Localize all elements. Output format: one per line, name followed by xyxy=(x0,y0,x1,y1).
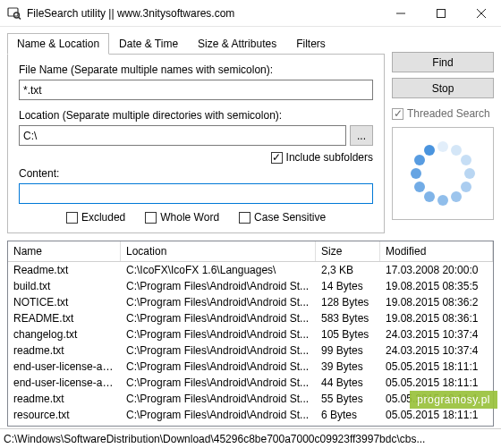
cell-size: 2,3 KB xyxy=(316,264,380,276)
cell-location: C:\Program Files\Android\Android St... xyxy=(121,296,316,309)
titlebar[interactable]: FileSearch utility || www.3nitysoftwares… xyxy=(0,0,501,27)
table-row[interactable]: build.txtC:\Program Files\Android\Androi… xyxy=(8,278,493,294)
column-headers: Name Location Size Modified xyxy=(8,241,493,262)
maximize-button[interactable] xyxy=(420,0,461,26)
checkbox-label: Threaded Search xyxy=(407,107,490,120)
cell-name: build.txt xyxy=(8,280,121,292)
table-row[interactable]: Readme.txtC:\IcoFX\IcoFX 1.6\Languages\2… xyxy=(8,262,493,278)
table-row[interactable]: README.txtC:\Program Files\Android\Andro… xyxy=(8,310,493,326)
cell-size: 44 Bytes xyxy=(316,376,380,389)
wholeword-checkbox[interactable]: Whole Word xyxy=(145,211,219,224)
cell-location: C:\Program Files\Android\Android St... xyxy=(121,409,316,421)
tab-label: Date & Time xyxy=(119,38,178,50)
svg-rect-4 xyxy=(437,9,445,17)
cell-name: changelog.txt xyxy=(8,328,121,341)
table-row[interactable]: end-user-license-agre...C:\Program Files… xyxy=(8,375,493,391)
check-icon: ✓ xyxy=(394,108,403,119)
table-row[interactable]: readme.txtC:\Program Files\Android\Andro… xyxy=(8,342,493,359)
column-location[interactable]: Location xyxy=(121,241,316,261)
checkbox-label: Excluded xyxy=(81,211,125,224)
status-path: C:\Windows\SoftwareDistribution\Download… xyxy=(4,433,425,445)
cell-modified: 19.08.2015 08:35:5 xyxy=(380,280,493,292)
cell-location: C:\Program Files\Android\Android St... xyxy=(121,328,316,341)
tab-name-location[interactable]: Name & Location xyxy=(7,33,109,55)
app-icon xyxy=(7,6,21,21)
column-modified[interactable]: Modified xyxy=(380,241,493,261)
cell-name: readme.txt xyxy=(8,393,121,405)
tabpanel-name-location: File Name (Separate multiple names with … xyxy=(7,54,385,233)
filename-label: File Name (Separate multiple names with … xyxy=(19,63,373,76)
table-row[interactable]: NOTICE.txtC:\Program Files\Android\Andro… xyxy=(8,294,493,310)
checkbox-box xyxy=(239,212,250,224)
cell-modified: 24.03.2015 10:37:4 xyxy=(380,344,493,357)
table-row[interactable]: changelog.txtC:\Program Files\Android\An… xyxy=(8,326,493,342)
tab-filters[interactable]: Filters xyxy=(286,33,335,55)
content-input[interactable] xyxy=(19,183,373,204)
cell-location: C:\Program Files\Android\Android St... xyxy=(121,393,316,405)
casesensitive-checkbox[interactable]: Case Sensitive xyxy=(239,211,326,224)
checkbox-box xyxy=(66,212,78,224)
tab-label: Name & Location xyxy=(17,38,99,50)
table-row[interactable]: resource.txtC:\Program Files\Android\And… xyxy=(8,407,493,423)
checkbox-box: ✓ xyxy=(271,152,283,164)
excluded-checkbox[interactable]: Excluded xyxy=(66,211,125,224)
content-label: Content: xyxy=(19,167,373,180)
cell-size: 6 Bytes xyxy=(316,409,380,421)
cell-size: 14 Bytes xyxy=(316,280,380,292)
location-input[interactable] xyxy=(19,125,346,146)
cell-modified: 05.05.2015 18:11:1 xyxy=(380,360,493,373)
watermark: programosy.pl xyxy=(410,391,497,409)
tabstrip: Name & Location Date & Time Size & Attri… xyxy=(7,33,385,55)
cell-modified: 17.03.2008 20:00:0 xyxy=(380,264,493,276)
column-name[interactable]: Name xyxy=(8,241,121,261)
cell-modified: 19.08.2015 08:36:1 xyxy=(380,312,493,325)
svg-line-2 xyxy=(19,17,21,20)
table-row[interactable]: end-user-license-agre...C:\Program Files… xyxy=(8,359,493,375)
cell-name: Readme.txt xyxy=(8,264,121,276)
location-label: Location (Separate multiple directories … xyxy=(19,109,373,122)
ellipsis-icon: ... xyxy=(357,130,366,142)
cell-name: NOTICE.txt xyxy=(8,296,121,309)
tab-size-attributes[interactable]: Size & Attributes xyxy=(188,33,286,55)
cell-location: C:\Program Files\Android\Android St... xyxy=(121,344,316,357)
include-subfolders-checkbox[interactable]: ✓ Include subfolders xyxy=(271,151,373,164)
button-label: Find xyxy=(432,56,453,69)
minimize-button[interactable] xyxy=(380,0,420,26)
cell-modified: 05.05.2015 18:11:1 xyxy=(380,409,493,421)
find-button[interactable]: Find xyxy=(392,52,494,72)
cell-name: resource.txt xyxy=(8,409,121,421)
threaded-search-checkbox: ✓ Threaded Search xyxy=(392,107,494,120)
cell-name: readme.txt xyxy=(8,344,121,357)
tab-label: Filters xyxy=(296,38,326,50)
checkbox-label: Case Sensitive xyxy=(254,211,326,224)
cell-size: 39 Bytes xyxy=(316,360,380,373)
stop-button[interactable]: Stop xyxy=(392,78,494,98)
column-size[interactable]: Size xyxy=(316,241,380,261)
cell-size: 99 Bytes xyxy=(316,344,380,357)
cell-location: C:\IcoFX\IcoFX 1.6\Languages\ xyxy=(121,264,316,276)
browse-button[interactable]: ... xyxy=(350,125,373,146)
checkbox-label: Whole Word xyxy=(160,211,219,224)
cell-size: 583 Bytes xyxy=(316,312,380,325)
cell-location: C:\Program Files\Android\Android St... xyxy=(121,312,316,325)
close-button[interactable] xyxy=(461,0,501,26)
cell-modified: 05.05.2015 18:11:1 xyxy=(380,376,493,389)
tab-label: Size & Attributes xyxy=(198,38,276,50)
cell-name: end-user-license-agre... xyxy=(8,376,121,389)
cell-modified: 24.03.2015 10:37:4 xyxy=(380,328,493,341)
cell-location: C:\Program Files\Android\Android St... xyxy=(121,280,316,292)
filename-input[interactable] xyxy=(19,80,373,100)
window-title: FileSearch utility || www.3nitysoftwares… xyxy=(27,7,380,20)
tab-date-time[interactable]: Date & Time xyxy=(109,33,188,55)
check-icon: ✓ xyxy=(272,152,281,163)
checkbox-label: Include subfolders xyxy=(286,151,373,164)
checkbox-box: ✓ xyxy=(392,108,403,120)
cell-size: 105 Bytes xyxy=(316,328,380,341)
cell-size: 128 Bytes xyxy=(316,296,380,309)
statusbar: C:\Windows\SoftwareDistribution\Download… xyxy=(0,428,501,448)
button-label: Stop xyxy=(432,82,454,95)
cell-name: end-user-license-agre... xyxy=(8,360,121,373)
cell-modified: 19.08.2015 08:36:2 xyxy=(380,296,493,309)
progress-spinner xyxy=(392,127,494,220)
checkbox-box xyxy=(145,212,157,224)
